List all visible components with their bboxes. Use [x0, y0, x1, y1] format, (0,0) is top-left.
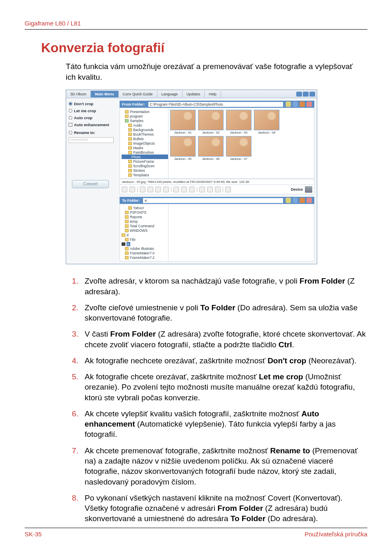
tree-item[interactable]: BookThemes	[133, 132, 154, 136]
tree-item[interactable]: temp	[130, 219, 138, 224]
toolbar-icon[interactable]	[148, 187, 153, 192]
from-folder-title: From Folder:	[122, 102, 145, 106]
tree-item[interactable]: Bullets	[133, 137, 144, 141]
tree-item[interactable]: Masks	[133, 146, 143, 150]
tab-language[interactable]: Language	[157, 91, 182, 97]
thumb-label: Jackson - 01	[170, 131, 196, 134]
step-5: Ak fotografie chcete orezávať, zaškrtnit…	[81, 372, 367, 403]
tree-item[interactable]: d	[127, 233, 129, 237]
app-tab-bar: 3D Album Main Menu Conv Quick Guide Lang…	[66, 90, 317, 98]
minimize-icon[interactable]	[296, 92, 302, 97]
label-auto-enhancement: Auto enhancement	[74, 122, 109, 127]
device-icon[interactable]	[305, 186, 312, 193]
tree-item[interactable]: ScrollingScen	[133, 164, 154, 168]
tab-help[interactable]: Help	[205, 91, 221, 97]
tool-icon[interactable]	[293, 198, 298, 203]
toolbar-icon[interactable]	[215, 187, 221, 192]
radio-dont-crop[interactable]	[69, 102, 72, 106]
tool-icon[interactable]	[286, 102, 291, 107]
from-thumbnails: Jackson - 01 Jackson - 02 Jackson - 03 J…	[168, 108, 314, 178]
to-folder-tree[interactable]: Yahoo! PSFONTS Reports temp Total Comman…	[120, 204, 168, 261]
tree-item[interactable]: Presentation	[130, 110, 150, 114]
tree-item[interactable]: Audio	[133, 123, 142, 127]
from-folder-header: From Folder: C:\Program Files\3D-Album-C…	[120, 101, 314, 108]
radio-auto-crop[interactable]	[69, 116, 72, 120]
toolbar-icon[interactable]	[181, 187, 187, 192]
convert-button[interactable]: Convert	[72, 180, 109, 188]
to-folder-title: To Folder:	[122, 199, 140, 203]
from-folder-path[interactable]: C:\Program Files\3D-Album-CS\Samples\Pho…	[148, 102, 284, 107]
step-1: Zvoľte adresár, v ktorom sa nachádzajú v…	[81, 276, 367, 297]
photo-thumbnail[interactable]	[170, 136, 196, 157]
photo-thumbnail[interactable]	[198, 110, 224, 130]
to-folder-header: To Folder: e:	[120, 197, 314, 204]
toolbar-icon[interactable]	[189, 187, 195, 192]
steps-list: Zvoľte adresár, v ktorom sa nachádzajú v…	[66, 276, 367, 524]
tree-item[interactable]: PSFONTS	[130, 210, 146, 215]
tree-item[interactable]: Strokes	[133, 169, 145, 173]
tool-icon[interactable]	[307, 102, 312, 107]
label-dont-crop: Don't crop	[74, 102, 93, 106]
tree-item[interactable]: FrameMaker7.2	[130, 256, 154, 260]
tab-updates[interactable]: Updates	[182, 91, 205, 97]
tree-item[interactable]: ImageObjects	[133, 141, 154, 145]
thumb-label: Jackson - 07	[226, 157, 251, 161]
toolbar-icon[interactable]	[122, 187, 127, 192]
tree-item[interactable]: WINDOWS	[130, 229, 148, 233]
tree-item-selected[interactable]: e	[127, 242, 130, 246]
tree-item[interactable]: Reports	[130, 215, 142, 219]
tree-item[interactable]: Templates	[133, 173, 149, 177]
step-7: Ak chcete premenovať fotografie, zaškrtn…	[81, 446, 367, 487]
tree-item[interactable]: PaintBrushes	[133, 150, 154, 155]
tree-item[interactable]: File	[130, 238, 136, 242]
tree-item[interactable]: Total Command	[130, 224, 154, 228]
footer-title: Používateľská príručka	[304, 531, 367, 538]
tool-icon[interactable]	[307, 198, 312, 203]
tree-item[interactable]: FrameMaker7.0	[130, 251, 154, 255]
step-6: Ak chcete vylepšiť kvalitu vašich fotogr…	[81, 409, 367, 440]
radio-let-me-crop[interactable]	[69, 109, 72, 113]
checkbox-auto-enhancement[interactable]	[69, 123, 72, 127]
tree-item[interactable]: Backgrounds	[133, 128, 154, 132]
photo-thumbnail[interactable]	[254, 110, 279, 130]
from-folder-tree[interactable]: Presentation program Samples Audio Backg…	[120, 108, 168, 178]
tool-icon[interactable]	[293, 102, 298, 107]
tree-item[interactable]: Adobe Illustrato	[130, 247, 154, 251]
tree-item[interactable]: Yahoo!	[133, 206, 144, 210]
thumb-label: Jackson - 04	[254, 131, 279, 134]
toolbar-icon[interactable]	[155, 187, 161, 192]
tree-item-selected[interactable]: Photo	[131, 155, 141, 159]
toolbar-icon[interactable]	[199, 187, 205, 192]
label-rename-to: Rename to:	[74, 130, 95, 135]
toolbar-icon[interactable]	[140, 187, 145, 192]
step-8: Po vykonaní všetkých nastavení kliknite …	[81, 493, 367, 524]
photo-thumbnail[interactable]	[170, 110, 196, 130]
maximize-icon[interactable]	[303, 92, 309, 97]
app-screenshot: 3D Album Main Menu Conv Quick Guide Lang…	[66, 90, 317, 264]
to-folder-path[interactable]: e:	[143, 198, 283, 203]
rename-input[interactable]: myname001	[69, 137, 114, 143]
tree-item[interactable]: PictureFrame	[133, 159, 154, 164]
toolbar-icon[interactable]	[163, 187, 169, 192]
toolbar-icon[interactable]	[225, 187, 231, 192]
tab-conv-guide[interactable]: Conv Quick Guide	[119, 91, 157, 97]
toolbar-icon[interactable]	[207, 187, 213, 192]
tool-icon[interactable]	[300, 198, 305, 203]
step-4: Ak fotografie nechcete orezávať, zaškrtn…	[81, 355, 367, 366]
toolbar-icon[interactable]	[173, 187, 179, 192]
tree-item[interactable]: program	[130, 114, 143, 118]
close-icon[interactable]	[309, 92, 315, 97]
tool-icon[interactable]	[286, 198, 291, 203]
photo-thumbnail[interactable]	[226, 110, 251, 130]
tool-icon[interactable]	[300, 102, 305, 107]
radio-rename-to[interactable]	[69, 131, 72, 134]
tab-main-menu[interactable]: Main Menu	[91, 91, 119, 97]
step-3: V časti From Folder (Z adresára) zvoľte …	[81, 329, 367, 350]
photo-thumbnail[interactable]	[198, 136, 224, 157]
photo-thumbnail[interactable]	[226, 136, 251, 157]
status-bar: Jackson - 03.jpg: 768x1160 pixels, modif…	[120, 179, 314, 185]
tree-item[interactable]: Samples	[130, 119, 143, 123]
page-title: Konverzia fotografií	[41, 40, 367, 55]
toolbar-icon[interactable]	[129, 187, 135, 192]
toolbar: Device	[120, 185, 314, 194]
